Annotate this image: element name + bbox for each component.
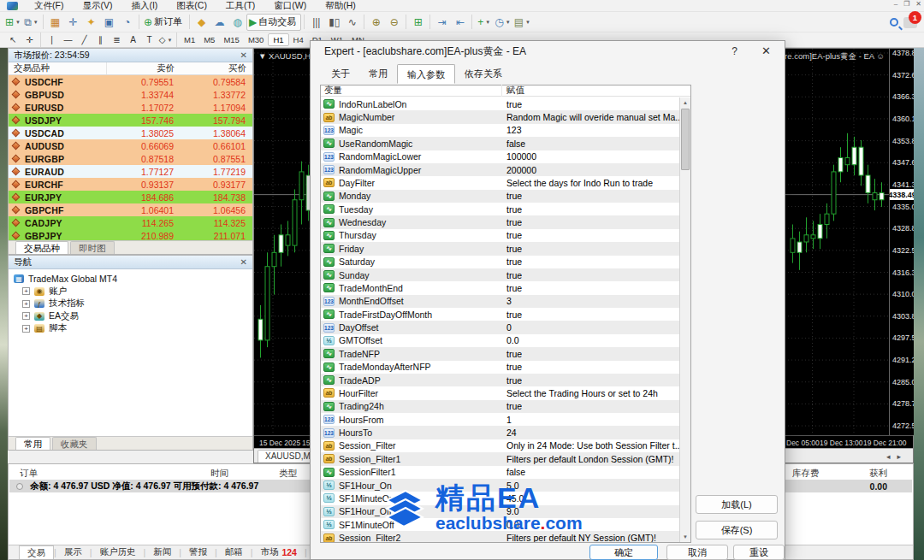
- new-chart-icon[interactable]: ⊞▼: [3, 14, 22, 31]
- symbol-row-eurchf[interactable]: EURCHF0.931370.93177: [9, 178, 252, 191]
- terminal-tab-0[interactable]: 交易: [19, 545, 54, 559]
- market-watch-tab-0[interactable]: 交易品种: [15, 241, 68, 254]
- param-row-userandommagic[interactable]: ∿UseRandomMagicfalse: [321, 137, 679, 150]
- timeframe-m5[interactable]: M5: [199, 33, 219, 46]
- param-row-trademondayafternfp[interactable]: ∿TradeMondayAfterNFPtrue: [321, 361, 679, 374]
- param-row-trading24h[interactable]: ∿Trading24htrue: [321, 400, 679, 413]
- param-row-randommagicupper[interactable]: 123RandomMagicUpper200000: [321, 163, 679, 176]
- navigator-icon[interactable]: ✦: [82, 14, 100, 31]
- minimize-button[interactable]: –: [894, 0, 897, 8]
- terminal-tab-5[interactable]: 邮箱: [217, 545, 251, 559]
- market-watch-icon[interactable]: ▦: [46, 14, 64, 31]
- vertical-line-icon[interactable]: |: [44, 33, 60, 47]
- periods-icon[interactable]: ◷▼: [493, 14, 512, 31]
- param-row-session_filter[interactable]: abSession_FilterOnly in 24 Mode: Use bot…: [321, 439, 679, 452]
- menu-item-i[interactable]: 插入(I): [121, 0, 167, 12]
- sidebar-item-scripts[interactable]: +▤脚本: [14, 322, 252, 335]
- bar-chart-icon[interactable]: |||: [307, 14, 325, 31]
- symbol-row-usdchf[interactable]: USDCHF0.795510.79584: [9, 75, 252, 88]
- param-row-hourfilter[interactable]: abHourFilterSelect the Trading Hours or …: [321, 386, 679, 399]
- param-row-monday[interactable]: ∿Mondaytrue: [321, 190, 679, 203]
- autotrading-icon[interactable]: ▶自动交易: [246, 14, 301, 31]
- metaeditor-icon[interactable]: ◆: [192, 14, 210, 31]
- symbol-row-gbpchf[interactable]: GBPCHF1.064011.06456: [9, 203, 252, 216]
- market-watch-tab-1[interactable]: 即时图: [70, 241, 115, 254]
- terminal-tab-1[interactable]: 展示: [56, 545, 90, 559]
- terminal-icon[interactable]: ▣: [100, 14, 118, 31]
- expand-icon[interactable]: +: [22, 312, 30, 320]
- ea-smiley-icon[interactable]: ☺: [876, 51, 885, 61]
- param-row-dayfilter[interactable]: abDayFilterSelect the days for Indo Run …: [321, 176, 679, 189]
- param-row-tradenfp[interactable]: ∿TradeNFPtrue: [321, 347, 679, 360]
- menu-item-w[interactable]: 窗口(W): [264, 0, 316, 12]
- cursor-icon[interactable]: ↖: [5, 33, 21, 47]
- param-row-thursday[interactable]: ∿Thursdaytrue: [321, 229, 679, 242]
- parameters-scrollbar[interactable]: ▲ ▼: [679, 97, 690, 542]
- navigator-root[interactable]: ▦TradeMax Global MT4: [14, 273, 252, 286]
- menu-item-c[interactable]: 图表(C): [167, 0, 216, 12]
- timeframe-h1[interactable]: H1: [268, 33, 288, 46]
- new-order-icon[interactable]: ⊕新订单: [142, 14, 187, 31]
- scrollbar-thumb[interactable]: [681, 109, 690, 170]
- symbol-row-eurjpy[interactable]: EURJPY184.686184.738: [9, 191, 252, 203]
- param-row-sessionfilter1[interactable]: ∿SessionFilter1false: [321, 466, 679, 479]
- auto-scroll-icon[interactable]: ⇥: [433, 14, 451, 31]
- chart-tab-scroll-arrows[interactable]: ◂▸: [886, 452, 908, 461]
- param-row-tuesday[interactable]: ∿Tuesdaytrue: [321, 203, 679, 215]
- param-row-hoursfrom[interactable]: 123HoursFrom1: [321, 413, 679, 426]
- restore-button[interactable]: ❐: [903, 0, 909, 8]
- ok-button[interactable]: 确定: [589, 545, 658, 560]
- candlestick-icon[interactable]: ▮▯: [325, 14, 343, 31]
- param-row-monthendoffset[interactable]: 123MonthEndOffset3: [321, 295, 679, 308]
- close-button[interactable]: ✕: [915, 0, 921, 8]
- fibonacci-icon[interactable]: ≣: [109, 33, 125, 47]
- close-icon[interactable]: ✕: [240, 51, 247, 60]
- param-row-indorunlabelon[interactable]: ∿IndoRunLabelOntrue: [321, 97, 679, 110]
- expand-icon[interactable]: +: [22, 287, 30, 295]
- text-icon[interactable]: A: [125, 33, 141, 47]
- indicators-icon[interactable]: +▼: [475, 14, 493, 31]
- publish-icon[interactable]: ☁: [210, 14, 228, 31]
- param-row-session_filter2[interactable]: abSession_Filter2Filters per default NY …: [321, 531, 679, 542]
- community-icon[interactable]: ◍: [228, 14, 246, 31]
- timeframe-h4[interactable]: H4: [289, 33, 308, 46]
- symbol-row-cadjpy[interactable]: CADJPY114.265114.325: [9, 216, 252, 229]
- crosshair-icon[interactable]: ✛: [21, 33, 38, 47]
- timeframe-m30[interactable]: M30: [244, 33, 268, 46]
- load-button[interactable]: 加载(L): [696, 495, 778, 514]
- tile-windows-icon[interactable]: ⊞: [409, 14, 427, 31]
- param-row-magicnumber[interactable]: abMagicNumberRandom Magic will overide m…: [321, 110, 679, 123]
- param-row-trademonthend[interactable]: ∿TradeMonthEndtrue: [321, 281, 679, 294]
- expand-icon[interactable]: +: [22, 300, 30, 308]
- symbol-row-eurgbp[interactable]: EURGBP0.875180.87551: [9, 152, 252, 165]
- param-row-gmtoffset[interactable]: ½GMTOffset0.0: [321, 334, 679, 347]
- dialog-tab-0[interactable]: 关于: [322, 64, 359, 84]
- dialog-tab-2[interactable]: 输入参数: [397, 64, 455, 84]
- param-row-randommagiclower[interactable]: 123RandomMagicLower100000: [321, 150, 679, 163]
- dialog-tab-1[interactable]: 常用: [359, 64, 397, 84]
- channel-icon[interactable]: ∥: [92, 33, 109, 47]
- reset-button[interactable]: 重设: [733, 545, 785, 560]
- param-row-magic[interactable]: 123Magic123: [321, 124, 679, 137]
- navigator-tab-1[interactable]: 收藏夹: [52, 437, 97, 450]
- profiles-icon[interactable]: ⧉▼: [22, 14, 40, 31]
- terminal-tab-6[interactable]: 市场124: [252, 545, 305, 559]
- symbol-row-euraud[interactable]: EURAUD1.771271.77219: [9, 165, 252, 178]
- param-row-tradefirstdayoffmonth[interactable]: ∿TradeFirstDayOffMonthtrue: [321, 308, 679, 321]
- cancel-button[interactable]: 取消: [666, 545, 728, 560]
- menu-item-v[interactable]: 显示(V): [73, 0, 121, 12]
- terminal-tab-2[interactable]: 账户历史: [92, 545, 143, 559]
- zoom-out-icon[interactable]: ⊖: [385, 14, 403, 31]
- templates-icon[interactable]: ▤▼: [512, 14, 532, 31]
- param-row-sunday[interactable]: ∿Sundaytrue: [321, 268, 679, 281]
- close-icon[interactable]: ✕: [761, 44, 771, 57]
- param-row-dayoffset[interactable]: 123DayOffset0: [321, 321, 679, 333]
- timeframe-m15[interactable]: M15: [219, 33, 243, 46]
- param-row-saturday[interactable]: ∿Saturdaytrue: [321, 256, 679, 268]
- symbol-row-usdcad[interactable]: USDCAD1.380251.38064: [9, 127, 252, 139]
- param-row-sf1minuteoff[interactable]: ½SF1MinuteOff0.0: [321, 518, 679, 531]
- notifications-icon[interactable]: 1: [903, 17, 917, 28]
- param-row-friday[interactable]: ∿Fridaytrue: [321, 242, 679, 255]
- dialog-tab-3[interactable]: 依存关系: [455, 64, 512, 84]
- terminal-tab-3[interactable]: 新闻: [145, 545, 179, 559]
